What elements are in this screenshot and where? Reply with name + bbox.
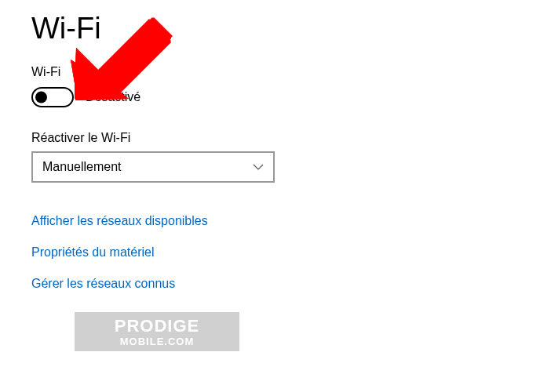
dropdown-value: Manuellement [42,160,122,174]
link-available-networks[interactable]: Afficher les réseaux disponibles [31,214,208,228]
link-known-networks[interactable]: Gérer les réseaux connus [31,277,175,291]
page-title: Wi-Fi [31,12,520,45]
watermark: PRODIGE MOBILE.COM [75,312,239,351]
reactivate-dropdown[interactable]: Manuellement [31,151,275,183]
wifi-section-label: Wi-Fi [31,65,520,79]
wifi-toggle-state: Désactivé [86,90,140,104]
toggle-knob-icon [35,92,47,103]
link-list: Afficher les réseaux disponibles Proprié… [31,214,520,291]
chevron-down-icon [253,162,264,172]
link-hardware-properties[interactable]: Propriétés du matériel [31,245,155,260]
watermark-line1: PRODIGE [115,318,199,335]
wifi-toggle[interactable] [31,87,74,107]
wifi-toggle-row: Désactivé [31,87,520,107]
watermark-line2: MOBILE.COM [120,336,195,347]
reactivate-label: Réactiver le Wi-Fi [31,131,520,145]
